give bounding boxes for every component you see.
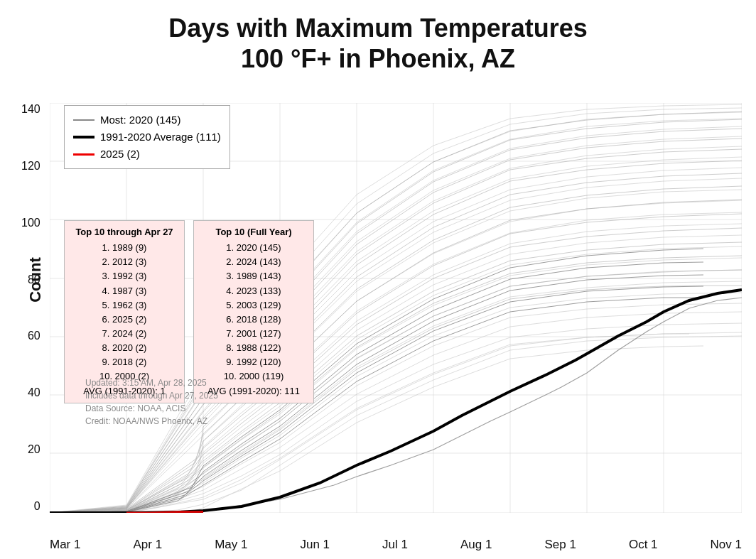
chart-title: Days with Maximum Temperatures 100 °F+ i… [0,13,756,74]
infobox-right-item-9: 9. 1992 (120) [201,355,306,369]
x-label-jun1: Jun 1 [300,538,330,552]
infobox-right-item-3: 3. 1989 (143) [201,269,306,283]
x-label-mar1: Mar 1 [50,538,80,552]
infobox-right-item-2: 2. 2024 (143) [201,255,306,269]
chart-container: Days with Maximum Temperatures 100 °F+ i… [0,0,756,559]
update-line1: Updated: 3:15 AM, Apr 28, 2025 [85,376,218,389]
y-label-0: 0 [34,500,40,513]
infobox-left-title: Top 10 through Apr 27 [72,225,177,239]
title-line2: 100 °F+ in Phoenix, AZ [241,44,515,73]
x-label-sep1: Sep 1 [544,538,576,552]
infobox-left-item-5: 5. 1962 (3) [72,298,177,313]
title-line1: Days with Maximum Temperatures [168,13,588,43]
x-label-nov1: Nov 1 [711,538,742,552]
update-line2: Includes data through Apr 27, 2025 [85,389,218,402]
y-label-20: 20 [28,443,40,456]
legend-box: Most: 2020 (145) 1991-2020 Average (111)… [64,105,230,169]
y-label-120: 120 [21,160,40,173]
x-label-may1: May 1 [215,538,247,552]
infobox-right-item-7: 7. 2001 (127) [201,327,306,341]
infobox-right-item-1: 1. 2020 (145) [201,241,306,255]
y-label-60: 60 [28,330,40,342]
infobox-right-title: Top 10 (Full Year) [201,225,306,239]
update-text: Updated: 3:15 AM, Apr 28, 2025 Includes … [85,376,218,428]
legend-item-most: Most: 2020 (145) [73,112,221,129]
infobox-left-item-1: 1. 1989 (9) [72,241,177,255]
y-label-140: 140 [21,103,40,116]
legend-2025-label: 2025 (2) [100,146,140,163]
y-label-40: 40 [28,386,40,399]
infobox-left-item-7: 7. 2024 (2) [72,327,177,341]
infobox-left-item-2: 2. 2012 (3) [72,255,177,269]
legend-item-average: 1991-2020 Average (111) [73,129,221,146]
x-label-oct1: Oct 1 [629,538,658,552]
legend-line-thin [73,119,94,121]
infobox-right-item-5: 5. 2003 (129) [201,298,306,313]
legend-line-thick [73,136,94,139]
infobox-right-item-4: 4. 2023 (133) [201,284,306,298]
x-label-aug1: Aug 1 [460,538,492,552]
update-line4: Credit: NOAA/NWS Phoenix, AZ [85,415,218,428]
legend-most-label: Most: 2020 (145) [100,112,180,129]
y-label-80: 80 [28,273,40,286]
legend-avg-label: 1991-2020 Average (111) [100,129,221,146]
legend-line-red [73,153,94,156]
legend-item-2025: 2025 (2) [73,146,221,163]
infobox-right-item-8: 8. 1988 (122) [201,341,306,355]
infobox-left-item-3: 3. 1992 (3) [72,269,177,283]
x-label-jul1: Jul 1 [382,538,408,552]
title-area: Days with Maximum Temperatures 100 °F+ i… [0,0,756,74]
infobox-right-item-6: 6. 2018 (128) [201,313,306,327]
x-axis-labels: Mar 1 Apr 1 May 1 Jun 1 Jul 1 Aug 1 Sep … [50,538,742,552]
x-label-apr1: Apr 1 [133,538,162,552]
infobox-left-item-4: 4. 1987 (3) [72,284,177,298]
infobox-left-item-8: 8. 2020 (2) [72,341,177,355]
infobox-left-item-6: 6. 2025 (2) [72,313,177,327]
y-axis-labels: 140 120 100 80 60 40 20 0 [21,103,40,513]
update-line3: Data Source: NOAA, ACIS [85,402,218,415]
y-label-100: 100 [21,217,40,229]
infobox-left-item-9: 9. 2018 (2) [72,355,177,369]
